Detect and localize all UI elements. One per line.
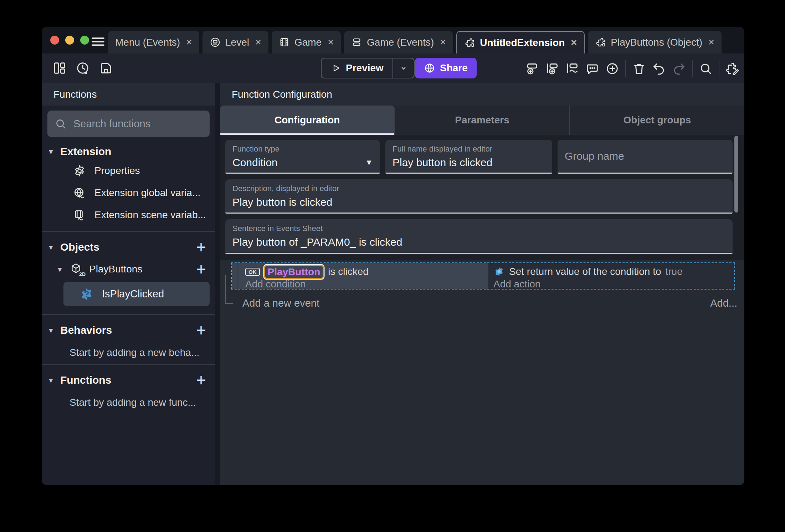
actions-column[interactable]: Set return value of the condition to tru…: [488, 263, 734, 289]
window-controls: [50, 36, 89, 45]
add-event-icon[interactable]: [525, 62, 539, 76]
sidebar-item-global-variables[interactable]: Extension global varia...: [42, 182, 215, 204]
tab-label: Game: [294, 37, 322, 48]
sidebar-item-playbuttons[interactable]: ▾ 2D PlayButtons +: [42, 259, 215, 280]
events-sheet: OK PlayButton is clicked Add condition S…: [220, 260, 744, 485]
section-label: Behaviors: [60, 324, 112, 336]
add-condition-button[interactable]: Add condition: [245, 278, 488, 290]
section-behaviors[interactable]: ▾ Behaviors +: [42, 321, 215, 339]
close-icon[interactable]: ×: [708, 36, 714, 48]
chevron-down-icon[interactable]: ▾: [49, 375, 60, 385]
delete-icon[interactable]: [632, 62, 646, 76]
add-action-button[interactable]: Add action: [493, 278, 734, 290]
minimize-window-button[interactable]: [65, 36, 74, 45]
toolbar-left-group: [52, 61, 113, 75]
add-new-event-button[interactable]: Add a new event: [242, 297, 319, 309]
section-label: Objects: [60, 241, 99, 253]
description-field[interactable]: Description, displayed in editor Play bu…: [225, 179, 733, 214]
puzzle-icon: [595, 37, 606, 48]
preview-dropdown-button[interactable]: [393, 58, 414, 78]
add-subevent-icon[interactable]: [545, 62, 559, 76]
undo-icon[interactable]: [652, 62, 666, 76]
tab-game[interactable]: Game ×: [272, 31, 341, 53]
close-icon[interactable]: ×: [328, 36, 334, 48]
sidebar-item-scene-variables[interactable]: Extension scene variab...: [42, 204, 215, 226]
field-label: Sentence in Events Sheet: [232, 224, 725, 233]
2d-badge: 2D: [79, 271, 86, 277]
field-label: Function type: [232, 144, 373, 154]
panel-divider[interactable]: [215, 83, 220, 485]
close-icon[interactable]: ×: [571, 37, 577, 48]
close-icon[interactable]: ×: [440, 36, 446, 48]
divider: [719, 60, 719, 77]
scrollbar-thumb[interactable]: [734, 136, 738, 213]
preview-button[interactable]: Preview: [321, 58, 415, 78]
share-button[interactable]: Share: [415, 58, 477, 78]
tab-level[interactable]: Level ×: [202, 31, 268, 53]
add-object-button[interactable]: +: [196, 240, 206, 254]
tab-bar: Menu (Events) × Level × Game × Game (Eve…: [42, 27, 744, 53]
edit-extension-icon[interactable]: [725, 62, 739, 76]
configuration-tabs: Configuration Parameters Object groups: [220, 106, 744, 135]
save-icon[interactable]: [99, 61, 113, 75]
history-icon[interactable]: [76, 61, 90, 75]
app-window: Menu (Events) × Level × Game × Game (Eve…: [42, 27, 744, 485]
sidebar-item-isplayclicked[interactable]: ? IsPlayClicked: [63, 282, 210, 306]
redo-icon[interactable]: [672, 62, 686, 76]
divider: [625, 60, 626, 77]
section-functions[interactable]: ▾ Functions +: [42, 371, 215, 389]
add-more-button[interactable]: Add...: [710, 297, 737, 309]
search-input[interactable]: [73, 118, 202, 130]
divider: [42, 314, 215, 315]
condition-object-name[interactable]: PlayButton: [264, 265, 324, 279]
tab-object-groups[interactable]: Object groups: [570, 106, 744, 135]
add-comment-icon[interactable]: [585, 62, 599, 76]
maximize-window-button[interactable]: [80, 36, 89, 45]
tab-untitled-extension[interactable]: UntitledExtension ×: [456, 31, 585, 53]
chevron-down-icon[interactable]: ▾: [49, 147, 60, 157]
add-behavior-button[interactable]: +: [196, 323, 206, 337]
tab-configuration[interactable]: Configuration: [220, 106, 395, 135]
chevron-down-icon[interactable]: ▾: [58, 265, 69, 274]
close-icon[interactable]: ×: [186, 36, 192, 48]
circle-plus-icon[interactable]: [605, 62, 619, 76]
action-value[interactable]: true: [666, 266, 683, 277]
chevron-down-icon[interactable]: ▾: [49, 242, 60, 252]
action-text: Set return value of the condition to: [509, 266, 661, 277]
sentence-field[interactable]: Sentence in Events Sheet Play button of …: [225, 219, 733, 254]
tab-label: Menu (Events): [115, 37, 180, 48]
globe-icon: [424, 62, 435, 74]
search-box[interactable]: [47, 111, 210, 137]
field-label: Full name displayed in editor: [392, 144, 545, 154]
main-menu-icon[interactable]: [91, 34, 106, 49]
button-object-icon: OK: [245, 268, 260, 276]
full-name-field[interactable]: Full name displayed in editor Play butto…: [385, 140, 552, 174]
group-name-field[interactable]: Group name: [558, 140, 733, 174]
events-sheet-icon: [351, 37, 362, 48]
tab-game-events[interactable]: Game (Events) ×: [344, 31, 453, 53]
function-type-select[interactable]: Function type Condition ▼: [225, 140, 380, 174]
dropdown-arrow-icon[interactable]: ▼: [365, 158, 373, 167]
event-tree-guide: [225, 275, 233, 304]
tab-parameters[interactable]: Parameters: [395, 106, 570, 135]
preview-button-main[interactable]: Preview: [322, 58, 392, 78]
tab-menu-events[interactable]: Menu (Events) ×: [108, 31, 199, 53]
chevron-down-icon[interactable]: ▾: [49, 326, 60, 335]
section-objects[interactable]: ▾ Objects +: [42, 238, 215, 256]
conditions-column[interactable]: OK PlayButton is clicked Add condition: [237, 263, 488, 289]
add-other-event-icon[interactable]: [565, 62, 579, 76]
search-icon[interactable]: [699, 62, 713, 76]
toolbar-right-group: [525, 60, 739, 77]
sidebar-item-properties[interactable]: Properties: [42, 160, 215, 182]
add-object-function-button[interactable]: +: [196, 262, 206, 276]
event-row-selected[interactable]: OK PlayButton is clicked Add condition S…: [231, 262, 735, 290]
function-icon: ?: [79, 287, 94, 302]
tab-playbuttons-object[interactable]: PlayButtons (Object) ×: [588, 31, 722, 53]
condition-text: is clicked: [328, 266, 369, 277]
close-icon[interactable]: ×: [255, 36, 261, 48]
section-extension[interactable]: ▾ Extension: [42, 143, 215, 160]
item-label: Properties: [94, 165, 140, 177]
panels-layout-icon[interactable]: [52, 61, 67, 75]
add-function-button[interactable]: +: [196, 373, 206, 387]
close-window-button[interactable]: [50, 36, 59, 45]
